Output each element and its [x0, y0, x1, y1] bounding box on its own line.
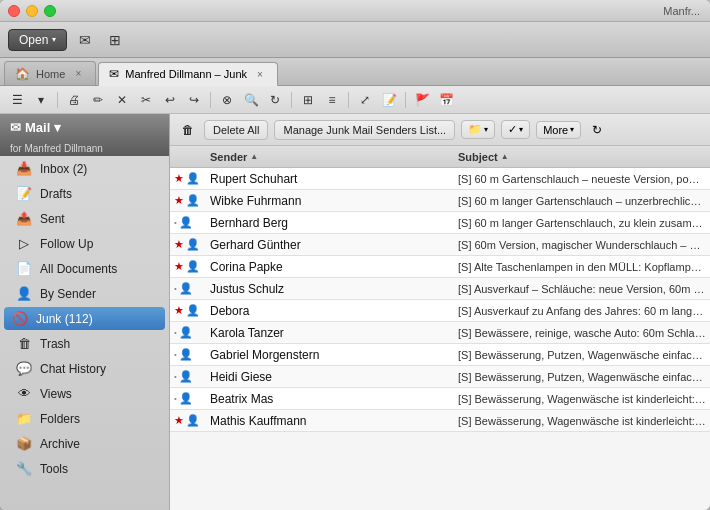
row-flags: ★ 👤 [174, 172, 210, 185]
table-row[interactable]: • 👤 Gabriel Morgenstern [S] Bewässerung,… [170, 344, 710, 366]
sender-cell: Beatrix Mas [210, 392, 458, 406]
col-subject-header[interactable]: Subject ▲ [458, 151, 706, 163]
tab-junk-label: Manfred Dillmann – Junk [125, 68, 247, 80]
sidebar-item-junk[interactable]: 🚫 Junk (112) [4, 307, 165, 330]
sidebar-item-archive[interactable]: 📦 Archive [0, 431, 169, 456]
reply-icon[interactable]: ↩ [159, 89, 181, 111]
search-icon[interactable]: 🔍 [240, 89, 262, 111]
row-flags: ★ 👤 [174, 260, 210, 273]
calendar-grid-icon[interactable]: ⊞ [103, 28, 127, 52]
close-button[interactable] [8, 5, 20, 17]
date-icon[interactable]: 📅 [435, 89, 457, 111]
sidebar-item-trash[interactable]: 🗑 Trash [0, 331, 169, 356]
sender-cell: Gerhard Günther [210, 238, 458, 252]
col-sender-header[interactable]: Sender ▲ [210, 151, 458, 163]
compose-icon[interactable]: ✉ [73, 28, 97, 52]
sidebar: ✉ Mail ▾ for Manfred Dillmann 📥 Inbox (2… [0, 114, 170, 510]
main-content: ✉ Mail ▾ for Manfred Dillmann 📥 Inbox (2… [0, 114, 710, 510]
sidebar-item-sent[interactable]: 📤 Sent [0, 206, 169, 231]
table-row[interactable]: ★ 👤 Gerhard Günther [S] 60m Version, mag… [170, 234, 710, 256]
folders-label: Folders [40, 412, 159, 426]
delete-all-icon[interactable]: 🗑 [178, 120, 198, 140]
table-row[interactable]: ★ 👤 Rupert Schuhart [S] 60 m Gartenschla… [170, 168, 710, 190]
tab-junk[interactable]: ✉ Manfred Dillmann – Junk × [98, 62, 278, 86]
followup-label: Follow Up [40, 237, 159, 251]
tab-junk-close[interactable]: × [253, 67, 267, 81]
grid-view-icon[interactable]: ⊞ [297, 89, 319, 111]
subject-cell: [S] Bewässere, reinige, wasche Auto: 60m… [458, 327, 706, 339]
tab-home-close[interactable]: × [71, 67, 85, 81]
star-icon: ★ [174, 304, 184, 317]
table-row[interactable]: ★ 👤 Wibke Fuhrmann [S] 60 m langer Garte… [170, 190, 710, 212]
title-bar: Manfr... [0, 0, 710, 22]
open-button[interactable]: Open ▾ [8, 29, 67, 51]
secondary-toolbar: ☰ ▾ 🖨 ✏ ✕ ✂ ↩ ↪ ⊗ 🔍 ↻ ⊞ ≡ ⤢ 📝 🚩 📅 [0, 86, 710, 114]
table-row[interactable]: • 👤 Karola Tanzer [S] Bewässere, reinige… [170, 322, 710, 344]
delete-all-button[interactable]: Delete All [204, 120, 268, 140]
row-flags: ★ 👤 [174, 194, 210, 207]
delete-all-label: Delete All [213, 124, 259, 136]
list-format-icon[interactable]: ☰ [6, 89, 28, 111]
toolbar-separator-3 [291, 92, 292, 108]
followup-icon: ▷ [16, 236, 32, 251]
delete-icon[interactable]: ✕ [111, 89, 133, 111]
sidebar-item-followup[interactable]: ▷ Follow Up [0, 231, 169, 256]
sidebar-item-bysender[interactable]: 👤 By Sender [0, 281, 169, 306]
sidebar-item-drafts[interactable]: 📝 Drafts [0, 181, 169, 206]
junk-tab-icon: ✉ [109, 67, 119, 81]
unflagged-icon: • [174, 372, 177, 381]
subject-cell: [S] Bewässerung, Putzen, Wagenwäsche ein… [458, 349, 706, 361]
delete-arrow-icon[interactable]: ✂ [135, 89, 157, 111]
expand-icon[interactable]: ⤢ [354, 89, 376, 111]
compose3-icon[interactable]: 📝 [378, 89, 400, 111]
sidebar-item-tools[interactable]: 🔧 Tools [0, 456, 169, 481]
sidebar-item-views[interactable]: 👁 Views [0, 381, 169, 406]
refresh-email-icon[interactable]: ↻ [587, 120, 607, 140]
sidebar-header-label: Mail [25, 120, 50, 135]
sidebar-header: ✉ Mail ▾ [0, 114, 169, 141]
views-label: Views [40, 387, 159, 401]
table-row[interactable]: ★ 👤 Corina Papke [S] Alte Taschenlampen … [170, 256, 710, 278]
table-row[interactable]: • 👤 Beatrix Mas [S] Bewässerung, Wagenwä… [170, 388, 710, 410]
table-row[interactable]: ★ 👤 Debora [S] Ausverkauf zu Anfang des … [170, 300, 710, 322]
table-row[interactable]: • 👤 Justus Schulz [S] Ausverkauf – Schlä… [170, 278, 710, 300]
forward-icon[interactable]: ↪ [183, 89, 205, 111]
check-dropdown-button[interactable]: ✓ ▾ [501, 120, 530, 139]
maximize-button[interactable] [44, 5, 56, 17]
folders-icon: 📁 [16, 411, 32, 426]
sidebar-header-arrow[interactable]: ▾ [54, 120, 61, 135]
sidebar-item-chathistory[interactable]: 💬 Chat History [0, 356, 169, 381]
sidebar-subheader: for Manfred Dillmann [0, 141, 169, 156]
new-compose-icon[interactable]: ✏ [87, 89, 109, 111]
junk-label: Junk (112) [36, 312, 157, 326]
tab-home[interactable]: 🏠 Home × [4, 61, 96, 85]
flag-icon[interactable]: 🚩 [411, 89, 433, 111]
folder-dropdown-button[interactable]: 📁 ▾ [461, 120, 495, 139]
table-row[interactable]: • 👤 Heidi Giese [S] Bewässerung, Putzen,… [170, 366, 710, 388]
sidebar-item-alldocs[interactable]: 📄 All Documents [0, 256, 169, 281]
open-arrow-icon: ▾ [52, 35, 56, 44]
sidebar-item-folders[interactable]: 📁 Folders [0, 406, 169, 431]
check-btn-icon: ✓ [508, 123, 517, 136]
print-icon[interactable]: 🖨 [63, 89, 85, 111]
list-down-icon[interactable]: ▾ [30, 89, 52, 111]
home-icon: 🏠 [15, 67, 30, 81]
refresh-icon[interactable]: ↻ [264, 89, 286, 111]
more-button[interactable]: More ▾ [536, 121, 581, 139]
table-row[interactable]: • 👤 Bernhard Berg [S] 60 m langer Garten… [170, 212, 710, 234]
sender-cell: Rupert Schuhart [210, 172, 458, 186]
list-view-icon[interactable]: ≡ [321, 89, 343, 111]
email-list: Sender ▲ Subject ▲ ★ 👤 Rupert Schuhart [170, 146, 710, 510]
manage-junk-button[interactable]: Manage Junk Mail Senders List... [274, 120, 455, 140]
archive-label: Archive [40, 437, 159, 451]
table-row[interactable]: ★ 👤 Mathis Kauffmann [S] Bewässerung, Wa… [170, 410, 710, 432]
star-icon: ★ [174, 414, 184, 427]
subject-cell: [S] Alte Taschenlampen in den MÜLL: Kopf… [458, 261, 706, 273]
minimize-button[interactable] [26, 5, 38, 17]
alldocs-icon: 📄 [16, 261, 32, 276]
open-label: Open [19, 33, 48, 47]
sidebar-item-inbox[interactable]: 📥 Inbox (2) [0, 156, 169, 181]
unflagged-icon: • [174, 394, 177, 403]
bysender-icon: 👤 [16, 286, 32, 301]
stop-icon[interactable]: ⊗ [216, 89, 238, 111]
